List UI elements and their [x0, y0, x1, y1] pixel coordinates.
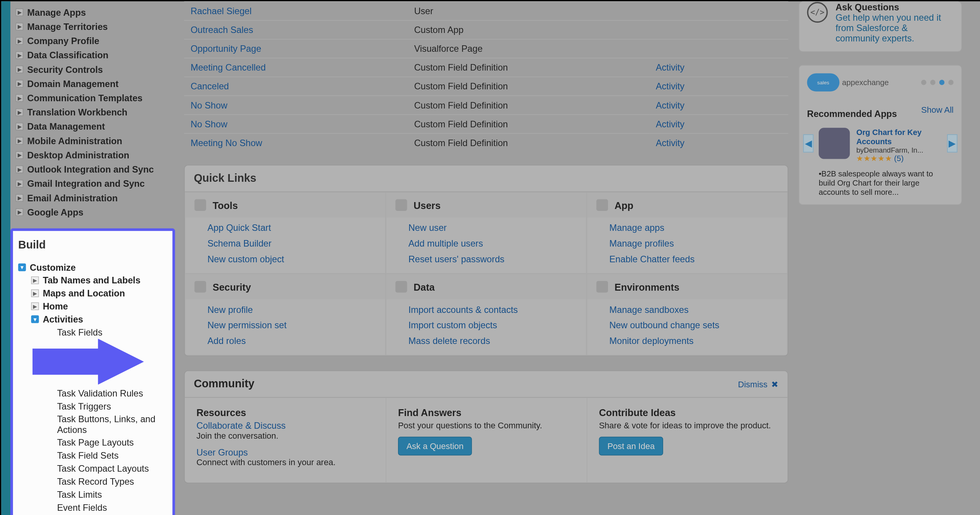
quick-links-panel: Quick Links ToolsApp Quick StartSchema B… [184, 165, 788, 356]
chevron-right-icon: ▶ [16, 180, 23, 188]
sidebar-item-task-record-types[interactable]: Task Record Types [57, 475, 169, 488]
sidebar-item-task-field-sets[interactable]: Task Field Sets [57, 449, 169, 462]
record-link[interactable]: No Show [190, 100, 227, 110]
sidebar-item-communication-templates[interactable]: ▶Communication Templates [10, 91, 178, 105]
table-row: Meeting CancelledCustom Field Definition… [184, 58, 788, 77]
sidebar-item-email-administration[interactable]: ▶Email Administration [10, 191, 178, 205]
quicklink-enable-chatter-feeds[interactable]: Enable Chatter feeds [609, 254, 787, 264]
carousel-next-button[interactable]: ▶ [947, 134, 957, 152]
sidebar-item-task-compact-layouts[interactable]: Task Compact Layouts [57, 462, 169, 475]
carousel-prev-button[interactable]: ◀ [803, 134, 813, 152]
quicklink-import-custom-objects[interactable]: Import custom objects [408, 320, 586, 330]
sidebar-item-task-fields[interactable]: Task Fields [57, 326, 169, 387]
build-section: Build ▼ Customize ▶Tab Names and Labels▶… [10, 229, 175, 515]
sidebar-item-outlook-integration-and-sync[interactable]: ▶Outlook Integration and Sync [10, 162, 178, 176]
sidebar-item-customize[interactable]: ▼ Customize [17, 261, 169, 274]
quicklink-reset-users-passwords[interactable]: Reset users' passwords [408, 254, 586, 264]
quicklinks-environments: EnvironmentsManage sandboxesNew outbound… [587, 274, 788, 355]
quicklink-manage-sandboxes[interactable]: Manage sandboxes [609, 304, 787, 315]
sidebar-item-company-profile[interactable]: ▶Company Profile [10, 34, 178, 48]
quicklink-monitor-deployments[interactable]: Monitor deployments [609, 336, 787, 346]
quicklink-new-profile[interactable]: New profile [207, 304, 385, 315]
sidebar-item-desktop-administration[interactable]: ▶Desktop Administration [10, 148, 178, 162]
object-link[interactable]: Activity [656, 138, 685, 148]
chevron-down-icon: ▼ [31, 315, 39, 323]
quicklinks-tools: ToolsApp Quick StartSchema BuilderNew cu… [185, 192, 386, 274]
record-link[interactable]: Opportunity Page [190, 43, 261, 54]
chevron-right-icon: ▶ [16, 151, 23, 159]
table-row: Rachael SiegelUser [184, 2, 788, 20]
rating-stars: ★★★★★ (5) [856, 154, 942, 163]
chevron-right-icon: ▶ [16, 123, 23, 130]
sidebar-item-domain-management[interactable]: ▶Domain Management [10, 77, 178, 91]
chevron-right-icon: ▶ [16, 37, 23, 44]
record-link[interactable]: Canceled [190, 81, 229, 92]
sidebar-item-translation-workbench[interactable]: ▶Translation Workbench [10, 105, 178, 119]
table-row: CanceledCustom Field DefinitionActivity [184, 77, 788, 96]
quicklink-add-roles[interactable]: Add roles [207, 336, 385, 346]
data-icon [395, 281, 407, 293]
sidebar-item-task-triggers[interactable]: Task Triggers [57, 400, 169, 413]
sidebar-item-data-classification[interactable]: ▶Data Classification [10, 48, 178, 62]
sidebar-item-task-limits[interactable]: Task Limits [57, 488, 169, 501]
sidebar-item-mobile-administration[interactable]: ▶Mobile Administration [10, 134, 178, 148]
sidebar-item-data-management[interactable]: ▶Data Management [10, 119, 178, 133]
record-link[interactable]: Rachael Siegel [190, 6, 251, 16]
app-icon [597, 199, 608, 211]
quicklink-new-permission-set[interactable]: New permission set [207, 320, 385, 330]
svg-marker-0 [33, 339, 144, 385]
app-icon [819, 128, 850, 159]
sidebar-item-manage-apps[interactable]: ▶Manage Apps [10, 5, 178, 20]
sidebar-item-maps-and-location[interactable]: ▶Maps and Location [30, 287, 169, 300]
appexchange-card: sales appexchange Recommended Apps Show … [799, 65, 962, 205]
ask-question-button[interactable]: Ask a Question [398, 437, 472, 456]
sidebar-item-task-page-layouts[interactable]: Task Page Layouts [57, 436, 169, 449]
post-idea-button[interactable]: Post an Idea [599, 437, 663, 456]
sidebar-item-google-apps[interactable]: ▶Google Apps [10, 205, 178, 219]
show-all-link[interactable]: Show All [921, 105, 954, 114]
object-link[interactable]: Activity [656, 100, 685, 110]
sidebar-item-activities[interactable]: ▼ Activities [30, 313, 169, 326]
quicklink-new-outbound-change-sets[interactable]: New outbound change sets [609, 320, 787, 330]
quicklink-new-user[interactable]: New user [408, 222, 586, 233]
collaborate-link[interactable]: Collaborate & Discuss [197, 420, 374, 431]
community-resources: Resources Collaborate & Discuss Join the… [185, 398, 386, 483]
quicklink-schema-builder[interactable]: Schema Builder [207, 238, 385, 248]
chevron-down-icon: ▼ [18, 263, 26, 271]
chevron-right-icon: ▶ [16, 51, 23, 59]
quicklink-new-custom-object[interactable]: New custom object [207, 254, 385, 264]
app-name-link[interactable]: Org Chart for Key Accounts [856, 128, 942, 146]
object-link[interactable]: Activity [656, 119, 685, 129]
quicklink-manage-apps[interactable]: Manage apps [609, 222, 787, 233]
object-link[interactable]: Activity [656, 62, 685, 72]
record-link[interactable]: Meeting Cancelled [190, 62, 265, 72]
sidebar-item-gmail-integration-and-sync[interactable]: ▶Gmail Integration and Sync [10, 176, 178, 191]
sidebar-item-security-controls[interactable]: ▶Security Controls [10, 62, 178, 76]
quicklink-mass-delete-records[interactable]: Mass delete records [408, 336, 586, 346]
quicklink-app-quick-start[interactable]: App Quick Start [207, 222, 385, 233]
record-link[interactable]: Meeting No Show [190, 138, 262, 148]
community-contribute-ideas: Contribute Ideas Share & vote for ideas … [587, 398, 788, 483]
quicklink-import-accounts-contacts[interactable]: Import accounts & contacts [408, 304, 586, 315]
sidebar-item-tab-names-and-labels[interactable]: ▶Tab Names and Labels [30, 274, 169, 287]
sidebar-item-manage-territories[interactable]: ▶Manage Territories [10, 20, 178, 34]
sidebar-item-task-buttons-links-and-actions[interactable]: Task Buttons, Links, and Actions [57, 413, 169, 436]
sidebar-item-home[interactable]: ▶Home [30, 300, 169, 313]
quicklink-add-multiple-users[interactable]: Add multiple users [408, 238, 586, 248]
environments-icon [597, 281, 608, 293]
object-link[interactable]: Activity [656, 81, 685, 92]
chevron-right-icon: ▶ [16, 94, 23, 102]
code-bubble-icon: </> [807, 2, 828, 23]
record-link[interactable]: Outreach Sales [190, 25, 253, 35]
community-find-answers: Find Answers Post your questions to the … [386, 398, 587, 483]
user-groups-link[interactable]: User Groups [197, 447, 374, 457]
carousel-dots[interactable] [921, 80, 954, 85]
salesforce-cloud-icon: sales [807, 73, 840, 91]
dismiss-button[interactable]: Dismiss ✖ [738, 379, 778, 389]
sidebar-item-event-fields[interactable]: Event Fields [57, 501, 169, 514]
quicklink-manage-profiles[interactable]: Manage profiles [609, 238, 787, 248]
chevron-right-icon: ▶ [16, 208, 23, 216]
ask-questions-card[interactable]: </> Ask Questions Get help when you need… [799, 1, 962, 52]
record-link[interactable]: No Show [190, 119, 227, 129]
sidebar-item-task-validation-rules[interactable]: Task Validation Rules [57, 387, 169, 400]
